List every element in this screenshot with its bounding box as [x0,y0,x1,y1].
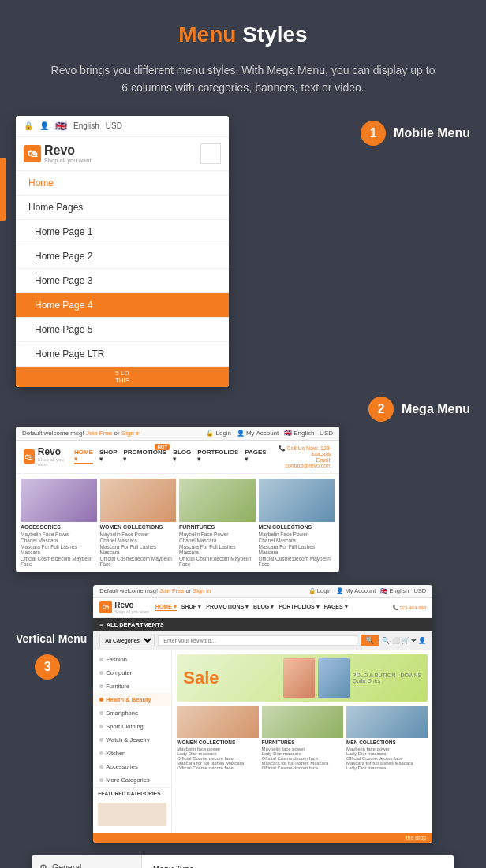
sale-banner: Sale POLO & BUTION - DOWNSQuite Ones [177,654,428,702]
mega-bag-icon: 🛍 [24,449,35,464]
nav-item-home[interactable]: Home [16,171,229,196]
vert-furniture-img [262,706,343,738]
vert-phone: 📞 123-444-888 [393,605,427,610]
vert-bag-icon: 🛍 [99,601,112,613]
user-icon: 👤 [39,121,49,130]
dept-label: ALL DEPARTMENTS [107,621,164,628]
men-img [259,479,335,522]
settings-content: Menu Type Mega Menu ▾ Theme Location Sel… [142,855,454,868]
logo-tagline: Shop all you want [44,158,92,163]
nav-item-home-page-ltr[interactable]: Home Page LTR [16,342,229,367]
vert-men-cat: MEN COLLECTIONS [346,739,428,745]
settings-panel: ⚙ General ▦ Layout 📱 Mobile Layout ▣ Hea… [32,855,454,868]
general-icon: ⚙ [39,862,47,868]
vert-product-row: WOMEN COLLECTIONS Maybelin face power La… [177,706,428,770]
sale-img-1 [283,658,315,698]
vert-category-select[interactable]: All Categories [99,635,155,646]
women-img [100,479,177,522]
vert-search-button[interactable]: 🔍 [361,635,379,646]
title-highlight: Menu [178,22,236,47]
vert-women-img [177,706,258,738]
mobile-menu-screenshot: 🔒 👤 🇬🇧 English USD 🛍 Revo Shop all you w… [16,116,229,387]
mega-nav-links: HOME ▾ SHOP ▾ PROMOTIONS ▾ HOT BLOG ▾ PO… [74,449,267,464]
sidebar-more[interactable]: More Categories [93,773,171,787]
vert-content: Sale POLO & BUTION - DOWNSQuite Ones WOM… [172,650,432,833]
sidebar-watch[interactable]: Watch & Jewelry [93,733,171,747]
accessories-img [21,479,97,522]
furniture-cat: FURNITURES [179,524,256,530]
featured-label: FEATURED CATEGORIES [93,787,171,799]
sidebar-computer[interactable]: Computer [93,666,171,680]
section-1-label: Mobile Menu [394,126,470,140]
cart-icons: 🔍 ⬜ 🛒 ❤ 👤 [382,637,426,644]
mega-tagline: Shop all you want [38,457,66,467]
nav-item-home-page-3[interactable]: Home Page 3 [16,269,229,293]
the-drop-text: the drop [93,833,432,843]
menu-type-field: Menu Type Mega Menu ▾ [153,865,443,868]
mega-logo: Revo [38,446,66,457]
page-header: Menu Styles [0,0,486,61]
general-label: General [52,862,81,868]
nav-item-home-page-4[interactable]: Home Page 4 [16,293,229,318]
section-2-label: Mega Menu [402,402,470,416]
sidebar-furniture[interactable]: Furniture [93,680,171,693]
vert-dept-bar: ≡ ALL DEPARTMENTS [93,618,432,631]
vert-women-cat: WOMEN COLLECTIONS [177,739,258,745]
settings-general[interactable]: ⚙ General [32,855,141,868]
mega-nav-bar: 🛍 Revo Shop all you want HOME ▾ SHOP ▾ P… [16,441,339,474]
bag-icon: 🛍 [24,145,41,162]
sidebar-sport[interactable]: Sport Clothing [93,720,171,733]
product-col-men: MEN COLLECTIONS Maybelin Face Power Chan… [259,479,335,568]
sidebar-health[interactable]: Health & Beauty [93,693,171,706]
title-rest: Styles [236,22,307,47]
vert-search-bar: All Categories 🔍 🔍 ⬜ 🛒 ❤ 👤 [93,631,432,650]
settings-sidebar: ⚙ General ▦ Layout 📱 Mobile Layout ▣ Hea… [32,855,142,868]
hamburger-button[interactable]: ≡ [200,143,221,164]
logo-text: Revo [44,143,92,158]
product-col-accessories: ACCESSORIES Maybelin Face Power Chanel M… [21,479,97,568]
vert-nav: 🛍 Revo Shop all you want HOME ▾ SHOP ▾ P… [93,598,432,618]
vert-logo: Revo [114,601,148,609]
featured-img [98,803,166,826]
sidebar-kitchen[interactable]: Kitchen [93,747,171,760]
vert-men-img [346,706,428,738]
mobile-nav-list: Home Home Pages Home Page 1 Home Page 2 … [16,171,229,367]
nav-item-home-pages[interactable]: Home Pages [16,196,229,220]
vert-men-col: MEN COLLECTIONS Maybelin face power Lady… [346,706,428,770]
mobile-topbar: 🔒 👤 🇬🇧 English USD [16,116,229,137]
mega-menu-screenshot: Default welcome msg! Join Free or Sign i… [16,427,339,572]
vert-sidebar: Fashion Computer Furniture Health & Beau… [93,650,172,833]
vertical-label: Vertical Menu [16,632,87,645]
sale-img-2 [318,658,350,698]
mobile-logo-bar: 🛍 Revo Shop all you want ≡ [16,137,229,171]
nav-item-home-page-2[interactable]: Home Page 2 [16,244,229,269]
nav-item-home-page-1[interactable]: Home Page 1 [16,220,229,244]
mega-topbar: Default welcome msg! Join Free or Sign i… [16,427,339,441]
men-cat: MEN COLLECTIONS [259,524,335,530]
accessories-cat: ACCESSORIES [21,524,97,530]
section-1-badge: 1 [361,121,386,146]
vert-tagline: Shop all you want [114,609,148,614]
settings-area: ⚙ General ▦ Layout 📱 Mobile Layout ▣ Hea… [32,855,454,868]
sidebar-text: 5 LOTHIS [16,367,229,387]
women-cat: WOMEN COLLECTIONS [100,524,177,530]
mega-products: ACCESSORIES Maybelin Face Power Chanel M… [16,474,339,572]
menu-type-label: Menu Type [153,865,443,868]
nav-item-home-page-5[interactable]: Home Page 5 [16,318,229,342]
vert-furniture-cat: FURNITURES [262,739,343,745]
section-3-badge: 3 [35,654,60,680]
sale-text: Sale [183,668,219,688]
page-title: Menu Styles [16,22,470,47]
vert-main: Fashion Computer Furniture Health & Beau… [93,650,432,833]
sidebar-smartphone[interactable]: Smartphone [93,706,171,720]
section-3-label-area: Vertical Menu 3 [16,585,87,680]
product-col-furniture: FURNITURES Maybelin Face Power Chanel Ma… [179,479,256,568]
vert-women-col: WOMEN COLLECTIONS Maybelin face power La… [177,706,258,770]
currency-label: USD [106,121,122,130]
lock-icon: 🔒 [24,121,33,130]
sidebar-fashion[interactable]: Fashion [93,653,171,666]
sidebar-accessories[interactable]: Accessories [93,760,171,773]
vert-search-input[interactable] [158,635,357,646]
vert-topbar: Default welcome msg! Join Free or Sign i… [93,585,432,598]
vert-furniture-col: FURNITURES Maybelin face power Lady Dior… [262,706,343,770]
